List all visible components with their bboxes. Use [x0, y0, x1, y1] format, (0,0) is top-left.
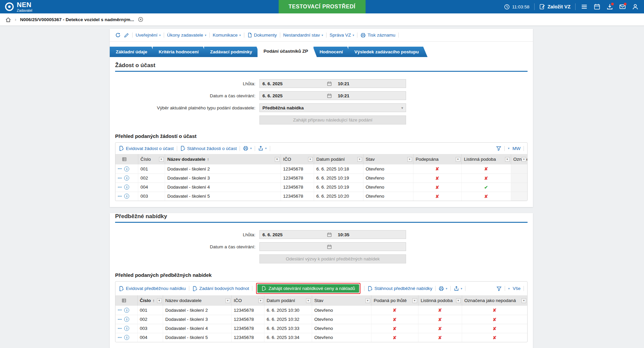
column-filter-icon[interactable]: ▾	[157, 298, 162, 303]
table-row[interactable]: •••i 001 Dodavatel - školení 2 12345678 …	[115, 164, 527, 173]
row-menu-button[interactable]: •••	[118, 186, 122, 189]
otevirani-datetime-field[interactable]: 6. 6. 2025 10:21	[259, 91, 406, 100]
filter-button[interactable]	[496, 286, 502, 291]
column-oznacena[interactable]: Označena jako nepodaná▾	[462, 295, 527, 306]
evidovat-nabidku-button[interactable]: Evidovat předběžnou nabídku	[119, 286, 186, 291]
menu-dokumenty[interactable]: Dokumenty	[247, 33, 277, 38]
column-nazev-dodavatele[interactable]: Název dodavatele↑▾	[165, 154, 281, 164]
table-row[interactable]: •••i 004 Dodavatel - školení 5 12345678 …	[115, 333, 527, 342]
info-icon[interactable]: i	[124, 166, 129, 171]
print-table-button[interactable]: ▾	[243, 146, 252, 151]
history-button[interactable]	[115, 32, 121, 38]
column-filter-icon[interactable]: ▾	[357, 157, 362, 162]
downloads-button[interactable]	[606, 3, 614, 11]
column-filter-icon[interactable]: ▾	[258, 298, 263, 303]
filter-preset-selector[interactable]: Vše	[513, 286, 521, 291]
table-row[interactable]: •••i 002 Dodavatel - školení 3 12345678 …	[115, 315, 527, 324]
tab-zakladni-udaje[interactable]: Základní údaje	[110, 47, 156, 57]
column-datum-podani[interactable]: Datum podání▾	[264, 295, 312, 306]
stahnout-nabidky-button[interactable]: Stáhnout předběžné nabídky	[367, 286, 433, 291]
info-icon[interactable]: i	[124, 308, 129, 313]
info-icon[interactable]: i	[124, 317, 129, 322]
row-menu-button[interactable]: •••	[118, 336, 122, 339]
tab-hodnoceni[interactable]: Hodnocení	[313, 47, 352, 57]
otevirani-datetime-field[interactable]	[259, 242, 406, 251]
lhuta-date-value[interactable]: 6. 6. 2025	[262, 81, 283, 86]
table-row[interactable]: •••i 004 Dodavatel - školení 4 12345678 …	[115, 183, 527, 192]
evidovat-zadost-button[interactable]: Evidovat žádost o účast	[119, 146, 174, 151]
date-picker-button[interactable]	[327, 244, 332, 249]
filter-preset-selector[interactable]: MW	[512, 146, 521, 151]
info-icon[interactable]: i	[124, 185, 129, 190]
table-row[interactable]: •••i 003 Dodavatel - školení 4 12345678 …	[115, 324, 527, 333]
info-icon[interactable]: i	[124, 176, 129, 181]
menu-tisk-zaznamu[interactable]: Tisk záznamu	[360, 33, 395, 38]
column-filter-icon[interactable]: ▾	[407, 157, 412, 162]
lhuta-time-value[interactable]: 10:35	[334, 232, 406, 237]
menu-sprava-vz[interactable]: Správa VZ ▾	[330, 33, 354, 38]
column-filter-icon[interactable]: ▾	[308, 157, 313, 162]
column-cislo[interactable]: Číslo↑▾	[137, 295, 163, 306]
row-menu-button[interactable]: •••	[118, 177, 122, 180]
column-filter-icon[interactable]: ▾	[306, 298, 311, 303]
column-ico[interactable]: IČO▾	[231, 295, 264, 306]
column-settings-header[interactable]	[115, 154, 138, 164]
table-row[interactable]: •••i 002 Dodavatel - školení 3 12345678 …	[115, 173, 527, 183]
column-cislo[interactable]: Číslo▾	[138, 154, 165, 164]
table-row[interactable]: •••i 001 Dodavatel - školení 2 12345678 …	[115, 306, 527, 315]
typ-podani-select[interactable]: Předběžná nabídka ▾	[259, 103, 406, 112]
menu-ukony-zadavatele[interactable]: Úkony zadavatele ▾	[167, 33, 206, 38]
odeslani-vyzvy-button[interactable]: Odeslání výzvy k podání předběžných nabí…	[259, 254, 406, 263]
info-icon[interactable]: i	[124, 335, 129, 340]
column-filter-icon[interactable]: ▾	[365, 298, 370, 303]
zadani-bodovych-hodnot-button[interactable]: Zadání bodových hodnot	[192, 286, 249, 291]
zahajit-otevirani-button[interactable]: Zahájit otevírání nabídkové ceny a nákla…	[257, 284, 359, 293]
column-podana-po-lhute[interactable]: Podaná po lhůtě▾	[371, 295, 418, 306]
row-menu-button[interactable]: •••	[118, 327, 122, 330]
tab-vysledek[interactable]: Výsledek zadávacího postupu	[348, 47, 428, 57]
export-table-button[interactable]: ▾	[258, 146, 267, 151]
lhuta-datetime-field[interactable]: 6. 6. 2025 10:35	[259, 230, 406, 239]
home-button[interactable]	[5, 17, 11, 22]
column-filter-icon[interactable]: ▾	[275, 157, 280, 162]
row-menu-button[interactable]: •••	[118, 167, 122, 170]
main-menu-button[interactable]	[580, 3, 588, 11]
column-stav[interactable]: Stav▾	[312, 295, 371, 306]
otevirani-time-value[interactable]: 10:21	[334, 93, 406, 98]
column-filter-icon[interactable]: ▾	[522, 157, 526, 162]
column-oznacena[interactable]: Označena jako nepodaná▾	[511, 154, 527, 164]
column-listinna-podoba[interactable]: Listinná podoba▾	[461, 154, 511, 164]
column-filter-icon[interactable]: ▾	[226, 298, 230, 303]
tab-zadavaci-podminky[interactable]: Zadávací podmínky	[204, 47, 261, 57]
otevirani-date-value[interactable]: 6. 6. 2025	[262, 93, 283, 98]
column-filter-icon[interactable]: ▾	[456, 157, 460, 162]
date-picker-button[interactable]	[327, 232, 332, 237]
column-filter-icon[interactable]: ▾	[522, 298, 526, 303]
column-podepsana[interactable]: Podepsána▾	[413, 154, 461, 164]
zalozit-vz-button[interactable]: Založit VZ	[539, 4, 571, 10]
column-stav[interactable]: Stav▾	[363, 154, 413, 164]
print-table-button[interactable]: ▾	[439, 286, 447, 291]
column-settings-header[interactable]	[115, 295, 137, 306]
table-row[interactable]: •••i 003 Dodavatel - školení 5 12345678 …	[115, 192, 527, 201]
close-record-button[interactable]	[138, 17, 143, 22]
row-menu-button[interactable]: •••	[118, 195, 122, 198]
column-datum-podani[interactable]: Datum podání▾	[314, 154, 363, 164]
edit-button[interactable]	[124, 33, 129, 38]
column-filter-icon[interactable]: ▾	[159, 157, 164, 162]
stahnout-zadosti-button[interactable]: Stáhnout žádosti o účast	[180, 146, 237, 151]
column-filter-icon[interactable]: ▾	[412, 298, 417, 303]
column-nazev-dodavatele[interactable]: Název dodavatele▾	[163, 295, 231, 306]
messages-button[interactable]	[618, 3, 627, 11]
column-ico[interactable]: IČO▾	[281, 154, 314, 164]
column-filter-icon[interactable]: ▾	[505, 157, 510, 162]
tab-kriteria-hodnoceni[interactable]: Kritéria hodnocení	[153, 47, 207, 57]
column-listinna-podoba[interactable]: Listinná podoba▾	[418, 295, 462, 306]
tab-podani-ucastniku[interactable]: Podání účastníků ZP	[257, 46, 317, 57]
profile-button[interactable]	[631, 3, 639, 11]
date-picker-button[interactable]	[327, 93, 332, 98]
row-menu-button[interactable]: •••	[118, 318, 122, 321]
breadcrumb-record-title[interactable]: N006/25/V00005367 - Detekce vozidel s na…	[20, 17, 134, 22]
date-picker-button[interactable]	[327, 81, 332, 86]
menu-komunikace[interactable]: Komunikace ▾	[213, 33, 241, 38]
